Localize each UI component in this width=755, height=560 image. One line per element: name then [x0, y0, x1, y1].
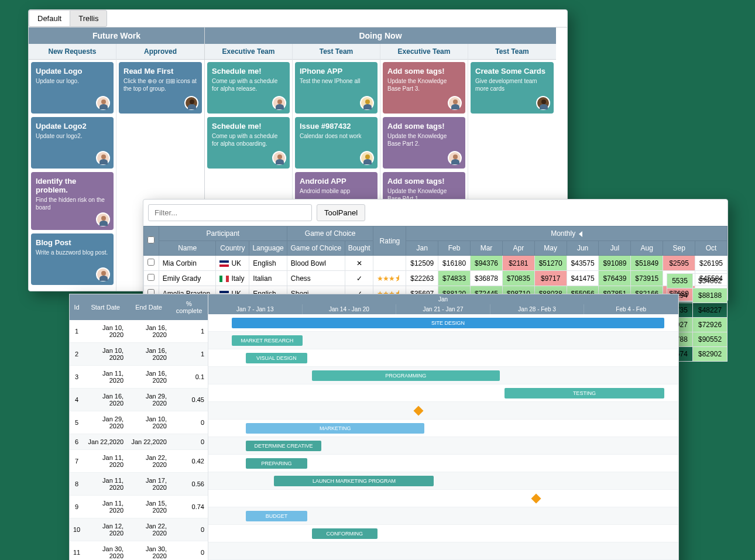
avatar — [360, 96, 374, 110]
gantt-bar[interactable]: TESTING — [505, 388, 664, 398]
cell-month: $74833 — [438, 271, 471, 286]
gantt-bar[interactable]: PROGRAMMING — [312, 370, 500, 381]
grid-column[interactable]: May — [534, 241, 567, 256]
gantt-row[interactable]: 11Jan 30, 2020Jan 30, 20200 — [70, 541, 208, 561]
gantt-milestone-icon[interactable] — [531, 494, 541, 504]
gantt-cell: 0 — [170, 434, 208, 450]
gantt-cell: Jan 11, 2020 — [84, 473, 127, 496]
grid-column[interactable]: Jan — [406, 241, 438, 256]
gantt-row[interactable]: 7Jan 11, 2020Jan 22, 20200.42 — [70, 450, 208, 473]
group-title: Doing Now — [205, 28, 556, 44]
gantt-bar[interactable]: MARKET RESEARCH — [232, 335, 302, 346]
kanban-card[interactable]: Add some tags!Update the Knowledge Base … — [383, 62, 465, 114]
column-title[interactable]: Executive Team — [380, 44, 468, 60]
kanban-card[interactable]: Blog PostWrite a buzzword blog post. — [31, 233, 114, 285]
gantt-cell: Jan 15, 2020 — [127, 496, 170, 518]
gantt-row[interactable]: 6Jan 22,2020Jan 22,20200 — [70, 434, 208, 450]
filter-input[interactable] — [148, 204, 312, 221]
gantt-bar-row: LAUNCH MARKETING PROGRAM — [208, 472, 678, 490]
grid-column[interactable]: Name — [159, 241, 216, 256]
kanban-card[interactable]: IPhone APPTest the new IPhone all — [295, 62, 378, 114]
gantt-row[interactable]: 8Jan 11, 2020Jan 17, 20200.56 — [70, 473, 208, 496]
gantt-column[interactable]: Id — [70, 294, 84, 320]
avatar — [96, 267, 110, 281]
gantt-row[interactable]: 4Jan 16, 2020Jan 29, 20200.45 — [70, 389, 208, 411]
kanban-card[interactable]: Schedule me!Come up with a schedule for … — [207, 117, 290, 169]
grid-column[interactable]: Language — [249, 241, 287, 256]
row-checkbox[interactable] — [144, 256, 159, 271]
gantt-row[interactable]: 9Jan 11, 2020Jan 15, 20200.74 — [70, 496, 208, 518]
gantt-bar-row: SITE DESIGN — [208, 314, 678, 332]
grid-column[interactable]: Bought — [345, 241, 373, 256]
cell-month: $9717 — [534, 271, 567, 286]
group-monthly[interactable]: Monthly — [406, 226, 727, 241]
kanban-card[interactable]: Read Me FirstClick the ⊕⊖ or ⊟⊞ icons at… — [119, 62, 202, 114]
card-title: Update Logo2 — [36, 122, 109, 130]
column-title[interactable]: Approved — [116, 44, 204, 60]
gantt-cell: Jan 16, 2020 — [127, 320, 170, 343]
cell-month: $70835 — [502, 271, 534, 286]
gantt-bar[interactable]: DETERMINE CREATIVE CONCEPT — [246, 441, 321, 451]
grid-column[interactable]: Jun — [567, 241, 599, 256]
column-title[interactable]: New Requests — [29, 44, 116, 60]
kanban-card[interactable]: Update LogoUpdate our logo. — [31, 62, 114, 114]
gantt-row[interactable]: 5Jan 29, 2020Jan 10, 20200 — [70, 411, 208, 434]
grid-column[interactable]: Country — [216, 241, 249, 256]
tab-trellis[interactable]: Trellis — [70, 10, 107, 27]
gantt-column[interactable]: End Date — [127, 294, 170, 320]
grid-column[interactable]: Jul — [599, 241, 631, 256]
gantt-bar[interactable]: MARKETING — [246, 423, 424, 434]
gantt-cell: Jan 11, 2020 — [84, 496, 127, 518]
collapse-icon[interactable] — [579, 231, 582, 237]
table-row[interactable]: Mia CorbinUKEnglishBlood Bowl✕$12509$161… — [144, 256, 727, 271]
grid-column[interactable]: Mar — [471, 241, 503, 256]
gantt-bar[interactable]: PREPARING MESSAGES — [246, 458, 307, 469]
gantt-bar[interactable]: LAUNCH MARKETING PROGRAM — [274, 476, 434, 486]
kanban-card[interactable]: Issue #987432Calendar does not work — [295, 117, 378, 169]
gantt-bar[interactable]: SITE DESIGN — [232, 318, 664, 328]
gantt-column[interactable]: Start Date — [84, 294, 127, 320]
grid-column[interactable]: Aug — [631, 241, 663, 256]
kanban-card[interactable]: Update Logo2Update our logo2. — [31, 117, 114, 169]
grid-column[interactable]: Apr — [502, 241, 534, 256]
cell-bought: ✕ — [345, 256, 373, 271]
card-title: Add some tags! — [387, 177, 461, 185]
gantt-milestone-icon[interactable] — [414, 406, 424, 416]
gantt-row[interactable]: 3Jan 11, 2020Jan 16, 20200.1 — [70, 366, 208, 389]
cell-month: $43575 — [567, 256, 599, 271]
card-title: Issue #987432 — [300, 122, 373, 130]
grid-column[interactable]: Feb — [438, 241, 471, 256]
gantt-bar[interactable]: BUDGET — [246, 511, 307, 521]
column-title[interactable]: Test Team — [293, 44, 380, 60]
gantt-column[interactable]: % complete — [170, 294, 208, 320]
gantt-row[interactable]: 2Jan 10, 2020Jan 16, 20201 — [70, 343, 208, 366]
table-row[interactable]: Emily GradyItalyItalianChess✓★★★⯨$22263$… — [144, 271, 727, 286]
tab-default[interactable]: Default — [29, 10, 70, 27]
grid-column[interactable]: Oct — [695, 241, 727, 256]
kanban-card[interactable]: Create Some CardsGive development team m… — [471, 62, 554, 114]
gantt-bar[interactable]: CONFORMING — [312, 528, 378, 539]
kanban-card[interactable]: Schedule me!Come up with a schedule for … — [207, 62, 290, 114]
kanban-card[interactable]: Add some tags!Update the Knowledge Base … — [383, 117, 465, 169]
avatar — [536, 96, 550, 110]
gantt-bar-row: MARKET RESEARCH — [208, 332, 678, 349]
gantt-cell: Jan 16, 2020 — [127, 343, 170, 366]
gantt-bar-row: BUDGET — [208, 507, 678, 525]
gantt-bar[interactable]: VISUAL DESIGN — [246, 353, 307, 363]
gantt-cell: Jan 10, 2020 — [127, 411, 170, 434]
gantt-cell: Jan 11, 2020 — [84, 366, 127, 389]
column-title[interactable]: Executive Team — [205, 44, 292, 60]
grid-column[interactable]: Sep — [663, 241, 695, 256]
kanban-tabs: Default Trellis — [29, 10, 567, 28]
gantt-cell: 9 — [70, 496, 84, 518]
gantt-row[interactable]: 10Jan 12, 2020Jan 22, 20200 — [70, 518, 208, 541]
row-checkbox[interactable] — [144, 271, 159, 286]
toolpanel-button[interactable]: ToolPanel — [317, 204, 365, 221]
column-title[interactable]: Test Team — [468, 44, 556, 60]
col-rating[interactable]: Rating — [373, 226, 406, 256]
cell-bought: ✓ — [345, 271, 373, 286]
grid-column[interactable]: Game of Choice — [287, 241, 345, 256]
gantt-row[interactable]: 1Jan 10, 2020Jan 16, 20201 — [70, 320, 208, 343]
kanban-card[interactable]: Identify the problem.Find the hidden ris… — [31, 172, 114, 230]
checkbox-header[interactable] — [144, 226, 159, 256]
